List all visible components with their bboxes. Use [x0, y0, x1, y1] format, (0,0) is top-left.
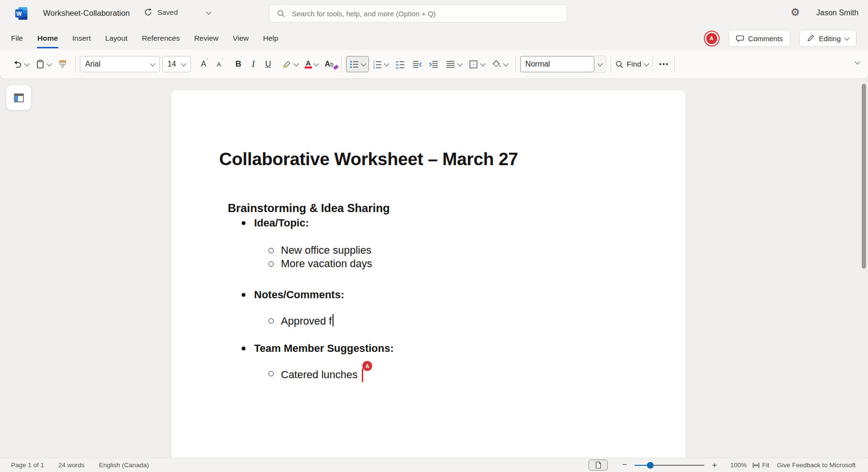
page-view-icon — [595, 461, 601, 469]
sub-bullet-approved[interactable]: Approved f — [268, 314, 334, 328]
search-bar[interactable] — [269, 4, 567, 22]
format-painter-button[interactable] — [55, 56, 71, 72]
tab-references[interactable]: References — [134, 31, 187, 45]
font-size-select[interactable]: 14 — [162, 56, 191, 72]
fit-to-window-icon[interactable] — [752, 462, 760, 469]
feedback-link[interactable]: Give Feedback to Microsoft — [777, 461, 856, 469]
vertical-scrollbar-thumb[interactable] — [862, 84, 866, 269]
grow-font-button[interactable]: A ˆ — [198, 56, 213, 72]
tab-help[interactable]: Help — [256, 31, 286, 45]
editing-mode-button[interactable]: Editing — [799, 30, 857, 47]
sub-bullet-circle-icon — [268, 261, 274, 267]
collapse-ribbon-chevron-icon[interactable] — [855, 59, 860, 64]
bullet-dot-icon — [242, 293, 245, 297]
tab-review[interactable]: Review — [187, 31, 226, 45]
sub-bullet-catered-lunches[interactable]: Catered lunchesA — [268, 367, 373, 382]
more-options-button[interactable] — [657, 63, 670, 65]
zoom-percent-label[interactable]: 100% — [730, 461, 747, 469]
save-status-chevron-down-icon[interactable] — [206, 9, 211, 14]
paste-chevron-down-icon[interactable] — [46, 61, 52, 66]
bold-icon: B — [235, 59, 241, 69]
presence-avatar[interactable]: A — [704, 31, 720, 46]
zoom-in-button[interactable]: + — [712, 461, 717, 470]
font-size-chevron-down-icon — [181, 61, 186, 66]
ribbon-divider — [75, 56, 76, 73]
fit-label[interactable]: Fit — [762, 461, 769, 469]
checklist-button[interactable] — [392, 56, 409, 72]
italic-button[interactable]: I — [248, 56, 258, 72]
shading-bucket-icon — [491, 59, 501, 69]
word-logo-icon: W — [14, 6, 29, 21]
bullet-list-button[interactable] — [346, 56, 369, 72]
zoom-slider-thumb[interactable] — [647, 462, 654, 469]
tab-view[interactable]: View — [225, 31, 256, 45]
ribbon-divider — [674, 56, 675, 73]
bold-button[interactable]: B — [232, 56, 245, 72]
undo-button[interactable] — [10, 56, 32, 72]
decrease-indent-button[interactable] — [409, 56, 425, 72]
page-count-label[interactable]: Page 1 of 1 — [11, 461, 44, 469]
underline-button[interactable]: U — [262, 56, 274, 72]
tab-home[interactable]: Home — [30, 31, 65, 45]
increase-indent-button[interactable] — [425, 56, 442, 72]
presence-avatar-initial: A — [706, 33, 717, 44]
clipboard-icon — [35, 59, 45, 69]
bullet-item-idea-topic[interactable]: Idea/Topic: — [242, 216, 309, 230]
ribbon-divider — [341, 56, 342, 73]
bullet-item-team-suggestions[interactable]: Team Member Suggestions: — [242, 342, 394, 355]
shading-chevron-down-icon[interactable] — [503, 61, 508, 66]
shrink-font-button[interactable]: A ˇ — [213, 56, 228, 72]
paste-button[interactable] — [32, 56, 55, 72]
document-page[interactable]: Collaborative Worksheet – March 27 Brain… — [171, 90, 686, 458]
bullet-dot-icon — [242, 347, 245, 350]
alignment-button[interactable] — [442, 56, 465, 72]
undo-chevron-down-icon[interactable] — [24, 61, 29, 66]
text-highlight-button[interactable] — [278, 56, 301, 72]
alignment-chevron-down-icon[interactable] — [457, 61, 462, 66]
bullet-item-notes-comments[interactable]: Notes/Comments: — [242, 288, 344, 302]
shrink-font-icon: A — [217, 61, 221, 68]
numbered-list-button[interactable]: 1 2 3 — [369, 56, 392, 72]
user-name-label[interactable]: Jason Smith — [816, 9, 858, 17]
document-title-label[interactable]: Worksheet-Collaboration — [43, 9, 130, 18]
tab-insert[interactable]: Insert — [65, 31, 98, 45]
font-color-button[interactable]: A — [301, 56, 322, 72]
saved-label: Saved — [157, 8, 178, 16]
side-panel-icon — [13, 92, 25, 104]
zoom-out-button[interactable]: − — [622, 460, 627, 470]
editing-chevron-down-icon — [844, 35, 849, 40]
find-button[interactable]: Find — [615, 60, 648, 68]
language-label[interactable]: English (Canada) — [99, 461, 149, 469]
format-painter-icon — [58, 59, 67, 69]
search-input[interactable] — [291, 9, 559, 18]
collaborator-badge: A — [362, 361, 372, 371]
find-chevron-down-icon — [644, 61, 649, 66]
borders-chevron-down-icon[interactable] — [480, 61, 485, 66]
navigation-pane-toggle-button[interactable] — [6, 85, 31, 110]
styles-select[interactable]: Normal — [520, 56, 594, 72]
doc-heading-title[interactable]: Collaborative Worksheet – March 27 — [219, 148, 518, 170]
bullet-list-chevron-down-icon[interactable] — [361, 61, 366, 66]
highlight-chevron-down-icon[interactable] — [293, 61, 299, 66]
styles-chevron-down-icon[interactable] — [594, 56, 606, 73]
comments-button[interactable]: Comments — [728, 30, 791, 47]
text-cursor-caret — [333, 314, 334, 326]
tab-file[interactable]: File — [4, 31, 30, 45]
sub-bullet-circle-icon — [268, 248, 274, 253]
borders-button[interactable] — [465, 56, 488, 72]
sub-bullet-more-vacation-days[interactable]: More vacation days — [268, 257, 372, 270]
font-name-select[interactable]: Arial — [80, 56, 160, 72]
zoom-slider[interactable] — [634, 462, 704, 469]
font-color-chevron-down-icon[interactable] — [313, 61, 319, 66]
font-name-chevron-down-icon — [150, 61, 155, 66]
font-name-value: Arial — [85, 60, 100, 68]
clear-formatting-button[interactable]: Ab — [322, 56, 337, 72]
sub-bullet-new-office-supplies[interactable]: New office supplies — [268, 244, 371, 257]
shading-button[interactable] — [488, 56, 511, 72]
word-count-label[interactable]: 24 words — [58, 461, 85, 469]
settings-gear-icon[interactable]: ⚙ — [790, 7, 800, 18]
print-layout-view-button[interactable] — [589, 460, 608, 471]
doc-section-heading[interactable]: Brainstorming & Idea Sharing — [228, 201, 390, 215]
numbered-list-chevron-down-icon[interactable] — [384, 61, 389, 66]
tab-layout[interactable]: Layout — [98, 31, 135, 45]
